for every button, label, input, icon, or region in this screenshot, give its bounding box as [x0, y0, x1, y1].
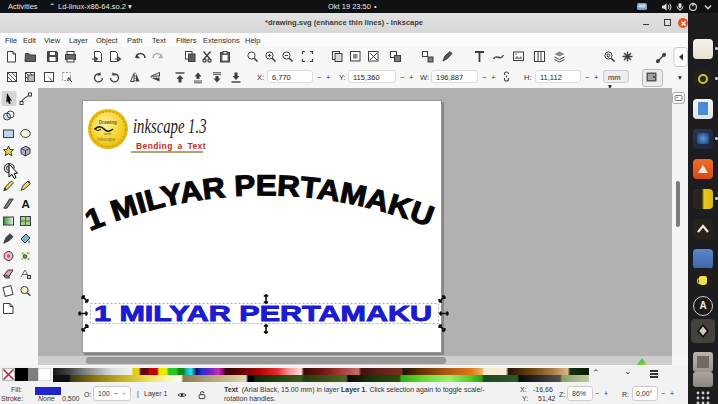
svg-text:1 MILYAR PERTAMAKU: 1 MILYAR PERTAMAKU	[81, 169, 439, 236]
svg-text:A: A	[22, 198, 30, 210]
svg-text:1 MILYAR PERTAMAKU: 1 MILYAR PERTAMAKU	[94, 301, 432, 326]
